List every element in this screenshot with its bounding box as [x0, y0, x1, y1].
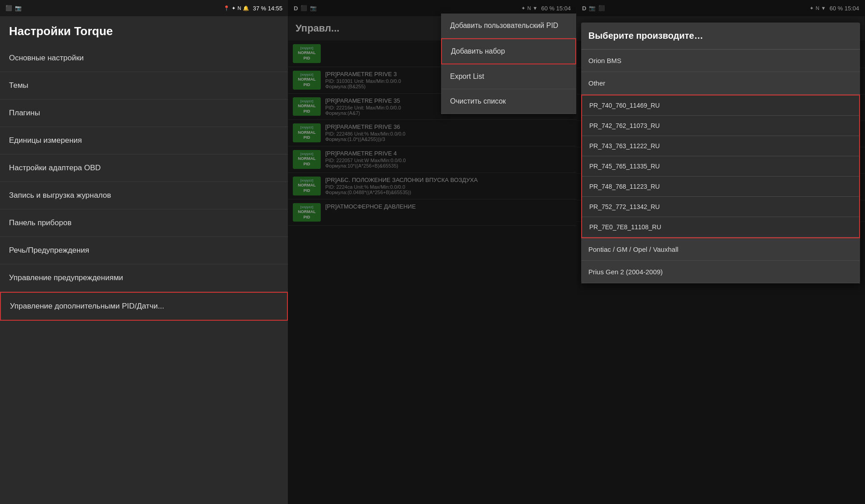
nfc-icon: N — [237, 5, 241, 11]
mfr-sublist: PR_740_760_11469_RUPR_742_762_11073_RUPR… — [581, 95, 860, 238]
settings-item-3[interactable]: Единицы измерения — [0, 127, 288, 154]
mfr-dialog-title: Выберите производите… — [588, 31, 853, 41]
app-header-1: Настройки Torque — [0, 16, 288, 45]
settings-item-5[interactable]: Запись и выгрузка журналов — [0, 182, 288, 209]
settings-item-4[interactable]: Настройки адаптера OBD — [0, 154, 288, 182]
settings-item-2[interactable]: Плагины — [0, 100, 288, 127]
mfr-sublist-item-1[interactable]: PR_742_762_11073_RU — [582, 116, 859, 136]
alarm-icon: 🔔 — [243, 5, 249, 11]
dropdown-item-0[interactable]: Добавить пользовательский PID — [441, 14, 576, 38]
mfr-sublist-item-3[interactable]: PR_745_765_11335_RU — [582, 156, 859, 177]
mfr-sublist-item-5[interactable]: PR_752_772_11342_RU — [582, 197, 859, 217]
mfr-sublist-item-6[interactable]: PR_7E0_7E8_11108_RU — [582, 217, 859, 237]
settings-item-1[interactable]: Темы — [0, 72, 288, 100]
obd-icon: ⬛ — [5, 5, 12, 11]
settings-item-8[interactable]: Управление предупреждениями — [0, 264, 288, 292]
location-icon: 📍 — [223, 5, 230, 11]
settings-item-6[interactable]: Панель приборов — [0, 209, 288, 237]
screen-settings: ⬛ 📷 📍 ✦ N 🔔 37 % 14:55 Настройки Torque … — [0, 0, 288, 504]
status-bar-1: ⬛ 📷 📍 ✦ N 🔔 37 % 14:55 — [0, 0, 288, 16]
dropdown-menu: Добавить пользовательский PIDДобавить на… — [441, 14, 576, 114]
mfr-sublist-item-4[interactable]: PR_748_768_11223_RU — [582, 177, 859, 197]
cam-icon: 📷 — [15, 5, 22, 11]
dropdown-item-1[interactable]: Добавить набор — [441, 38, 576, 64]
dropdown-item-2[interactable]: Export List — [441, 64, 576, 89]
bluetooth-icon: ✦ — [232, 5, 236, 11]
mfr-dialog-header: Выберите производите… — [581, 23, 860, 50]
status-icons-left: ⬛ 📷 — [5, 5, 22, 11]
settings-item-9[interactable]: Управление дополнительными PID/Датчи... — [0, 292, 288, 321]
mfr-item-before-0[interactable]: Orion BMS — [581, 50, 860, 72]
screen-pid-manager: D ⬛ 📷 ✦ N ▼ 60 % 15:04 Управл... [xxyyzz… — [288, 0, 577, 504]
screen-manufacturer: D 📷 ⬛ ✦ N ▼ 60 % 15:04 Уп... ⋮ [xxyyzz] … — [577, 0, 865, 504]
settings-item-0[interactable]: Основные настройки — [0, 45, 288, 72]
mfr-sublist-item-2[interactable]: PR_743_763_11222_RU — [582, 136, 859, 156]
app-title-1: Настройки Torque — [9, 24, 279, 38]
mfr-item-after-0[interactable]: Pontiac / GM / Opel / Vauxhall — [581, 238, 860, 261]
settings-item-7[interactable]: Речь/Предупреждения — [0, 237, 288, 264]
mfr-sublist-item-0[interactable]: PR_740_760_11469_RU — [582, 95, 859, 116]
manufacturer-dialog: Выберите производите…Orion BMSOtherPR_74… — [581, 23, 860, 283]
settings-list: Основные настройкиТемыПлагиныЕдиницы изм… — [0, 45, 288, 321]
mfr-item-after-1[interactable]: Prius Gen 2 (2004-2009) — [581, 261, 860, 283]
dropdown-item-3[interactable]: Очистить список — [441, 89, 576, 114]
mfr-item-before-1[interactable]: Other — [581, 72, 860, 95]
status-text: 37 % 14:55 — [253, 5, 282, 12]
status-info-right: 📍 ✦ N 🔔 37 % 14:55 — [223, 5, 282, 12]
